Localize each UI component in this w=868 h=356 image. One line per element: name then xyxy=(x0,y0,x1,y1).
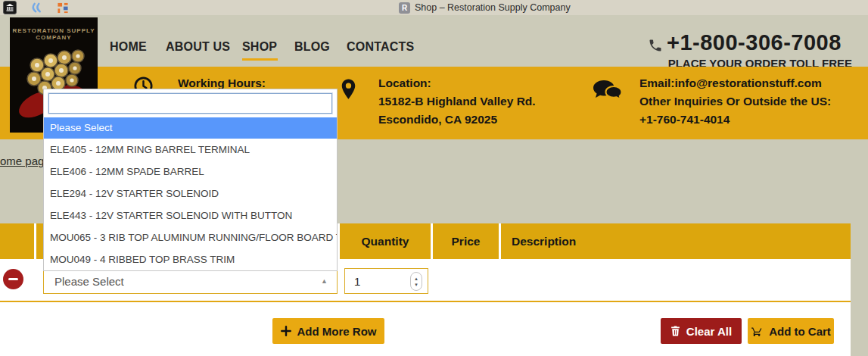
product-select[interactable]: Please Select ▲ xyxy=(43,268,338,294)
nav-item-about-us[interactable]: ABOUT US xyxy=(166,40,230,54)
email-line[interactable]: Email:info@restorationstuff.com xyxy=(639,77,822,90)
nav-item-contacts[interactable]: CONTACTS xyxy=(347,40,414,54)
quantity-stepper[interactable]: ▴ ▾ xyxy=(410,272,422,291)
add-to-cart-label: Add to Cart xyxy=(769,325,831,338)
bank-icon xyxy=(5,3,14,12)
stepper-down-icon: ▾ xyxy=(415,282,418,288)
nav-item-blog[interactable]: BLOG xyxy=(294,40,330,54)
clear-all-button[interactable]: Clear All xyxy=(661,318,742,344)
site-header: HOME ABOUT US SHOP BLOG CONTACTS +1-800-… xyxy=(0,15,868,67)
add-more-row-button[interactable]: Add More Row xyxy=(272,318,384,344)
wave-icon xyxy=(31,2,42,14)
dropdown-option-ele294[interactable]: ELE294 - 12V STARTER SOLENOID xyxy=(44,183,337,205)
location-pin-icon xyxy=(341,78,356,100)
add-to-cart-button[interactable]: Add to Cart xyxy=(748,318,834,344)
toll-free-phone-number[interactable]: +1-800-306-7008 xyxy=(667,30,842,55)
remove-row-button[interactable] xyxy=(3,269,23,289)
location-label: Location: xyxy=(378,77,431,90)
dropdown-option-ele405[interactable]: ELE405 - 12MM RING BARREL TERMINAL xyxy=(44,139,337,161)
other-inquiries-label: Other Inquiries Or Outside the US: xyxy=(639,95,831,108)
logo-text-line1: RESTORATION SUPPLY xyxy=(10,27,98,34)
clear-all-label: Clear All xyxy=(686,325,732,338)
cart-icon xyxy=(751,326,763,337)
dropdown-option-mou049[interactable]: MOU049 - 4 RIBBED TOP BRASS TRIM xyxy=(44,248,337,270)
table-bottom-border xyxy=(0,301,851,302)
plus-icon xyxy=(281,326,291,336)
table-header-remove-column xyxy=(0,223,34,259)
table-header-quantity: Quantity xyxy=(340,223,431,259)
dropdown-option-please-select[interactable]: Please Select xyxy=(44,117,337,139)
minus-icon xyxy=(8,278,18,281)
nav-item-home[interactable]: HOME xyxy=(110,40,147,54)
table-header-price: Price xyxy=(433,223,499,259)
dropdown-option-ele443[interactable]: ELE443 - 12V STARTER SOLENOID WITH BUTTO… xyxy=(44,205,337,226)
tab-title: Shop – Restoration Supply Company xyxy=(415,2,571,13)
location-address-line1: 15182-B Highland Valley Rd. xyxy=(378,95,536,108)
archive-bank-icon[interactable] xyxy=(3,1,17,14)
product-dropdown: Please Select ELE405 - 12MM RING BARREL … xyxy=(43,89,338,271)
dropdown-option-ele406[interactable]: ELE406 - 12MM SPADE BARREL xyxy=(44,161,337,183)
table-header-description: Description xyxy=(501,223,851,259)
stepper-up-icon: ▴ xyxy=(415,276,418,282)
active-nav-underline xyxy=(242,58,278,61)
browser-tab-bar: R Shop – Restoration Supply Company xyxy=(0,0,868,15)
wave-toolbar-icon[interactable] xyxy=(30,1,43,14)
quantity-field: ▴ ▾ xyxy=(344,268,428,294)
trash-icon xyxy=(670,326,680,336)
nav-item-shop[interactable]: SHOP xyxy=(242,40,277,54)
logo-text-line2: COMPANY xyxy=(10,34,98,41)
dropdown-search-input[interactable] xyxy=(48,93,332,114)
dropdown-option-mou065[interactable]: MOU065 - 3 RIB TOP ALUMINUM RUNNING/FLOO… xyxy=(44,226,337,248)
chat-bubbles-icon xyxy=(592,79,624,103)
chevron-up-icon: ▲ xyxy=(321,277,328,285)
dropdown-search-wrapper xyxy=(44,89,337,117)
page: R Shop – Restoration Supply Company HOME… xyxy=(0,0,868,356)
grid-toolbar-icon[interactable] xyxy=(56,1,70,14)
add-more-row-label: Add More Row xyxy=(297,325,377,338)
location-address-line2: Escondido, CA 92025 xyxy=(378,113,497,126)
tab-favicon: R xyxy=(399,2,410,14)
product-select-value: Please Select xyxy=(44,275,124,288)
other-inquiries-phone[interactable]: +1-760-741-4014 xyxy=(639,113,730,126)
phone-icon xyxy=(648,38,663,53)
grid-icon xyxy=(57,2,69,14)
